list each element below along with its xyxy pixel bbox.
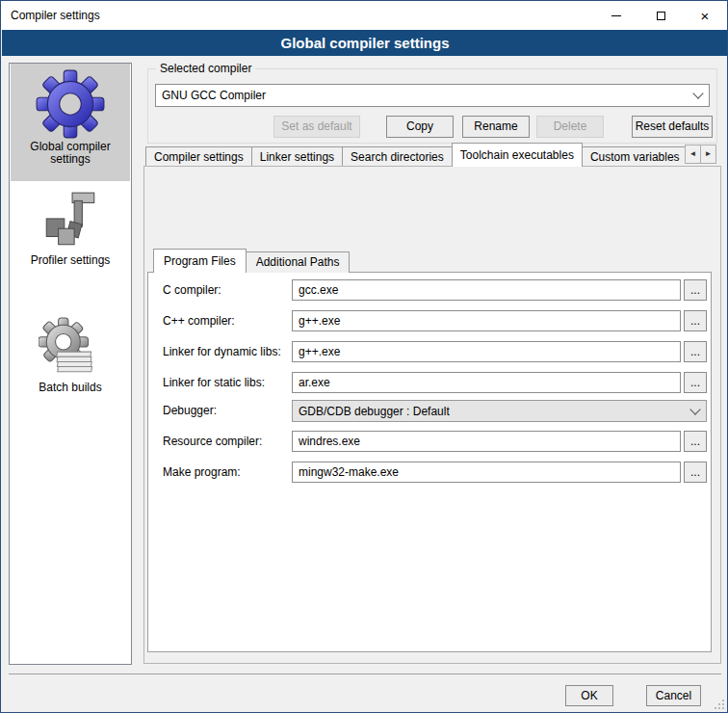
reset-defaults-button[interactable]: Reset defaults [632, 116, 713, 138]
sidebar-item-label: Profiler settings [11, 254, 130, 267]
chevron-down-icon [692, 88, 703, 98]
linker-static-label: Linker for static libs: [163, 372, 265, 393]
linker-dynamic-browse-button[interactable]: ... [684, 341, 707, 362]
tab-custom-variables[interactable]: Custom variables [582, 146, 685, 167]
cpp-compiler-browse-button[interactable]: ... [684, 310, 707, 331]
tab-linker-settings[interactable]: Linker settings [251, 146, 343, 167]
c-compiler-label: C compiler: [163, 279, 221, 301]
debugger-dropdown-value: GDB/CDB debugger : Default [299, 405, 450, 418]
chevron-down-icon [689, 404, 700, 414]
close-icon: × [701, 9, 710, 23]
minimize-button[interactable] [594, 1, 638, 30]
resource-compiler-label: Resource compiler: [163, 431, 262, 452]
sub-tabstrip: Program Files Additional Paths [153, 249, 349, 273]
rename-button[interactable]: Rename [462, 116, 530, 138]
linker-static-input[interactable]: ar.exe [292, 372, 681, 393]
tab-scroll-left-button[interactable]: ◄ [685, 145, 701, 164]
make-program-browse-button[interactable]: ... [684, 462, 707, 483]
caption-buttons: × [594, 1, 727, 30]
batch-gear-icon [39, 316, 102, 380]
subtab-additional-paths[interactable]: Additional Paths [246, 251, 351, 273]
close-button[interactable]: × [683, 1, 727, 30]
cpp-compiler-input[interactable]: g++.exe [292, 310, 681, 331]
resource-compiler-input[interactable]: windres.exe [292, 431, 681, 452]
minimize-icon [611, 15, 621, 16]
linker-dynamic-input[interactable]: g++.exe [292, 341, 681, 362]
compiler-dropdown[interactable]: GNU GCC Compiler [155, 84, 710, 107]
compiler-settings-dialog: Compiler settings × Global compiler sett… [0, 0, 728, 713]
window-title: Compiler settings [11, 1, 100, 30]
make-program-input[interactable]: mingw32-make.exe [292, 462, 681, 483]
tab-toolchain-executables[interactable]: Toolchain executables [452, 143, 583, 167]
caliper-icon [39, 189, 102, 252]
tab-scroll-right-button[interactable]: ► [700, 145, 716, 164]
copy-button[interactable]: Copy [386, 116, 454, 138]
sidebar-item-profiler-settings[interactable]: Profiler settings [11, 183, 130, 285]
cpp-compiler-label: C++ compiler: [163, 310, 235, 331]
resource-compiler-browse-button[interactable]: ... [684, 431, 707, 452]
ok-button[interactable]: OK [565, 685, 613, 706]
tab-search-directories[interactable]: Search directories [342, 146, 453, 167]
delete-button[interactable]: Delete [536, 116, 604, 138]
cancel-button[interactable]: Cancel [646, 685, 701, 706]
titlebar: Compiler settings × [1, 1, 727, 30]
selected-compiler-legend: Selected compiler [156, 62, 255, 75]
tab-scroll-buttons: ◄ ► [686, 145, 716, 164]
c-compiler-input[interactable]: gcc.exe [292, 279, 681, 301]
maximize-button[interactable] [638, 1, 683, 30]
page-title: Global compiler settings [2, 30, 728, 56]
main-tabstrip: Compiler settings Linker settings Search… [145, 143, 685, 167]
set-as-default-button[interactable]: Set as default [273, 116, 360, 138]
debugger-label: Debugger: [163, 400, 217, 421]
sidebar-item-label: Batch builds [11, 382, 130, 394]
tab-compiler-settings[interactable]: Compiler settings [145, 146, 252, 167]
linker-dynamic-label: Linker for dynamic libs: [163, 341, 281, 362]
gear-icon [36, 69, 105, 139]
linker-static-browse-button[interactable]: ... [684, 372, 707, 393]
sidebar-item-batch-builds[interactable]: Batch builds [11, 310, 130, 403]
arrow-right-icon: ► [705, 149, 713, 158]
arrow-left-icon: ◄ [689, 149, 697, 158]
compiler-dropdown-value: GNU GCC Compiler [162, 89, 266, 102]
footer-divider [9, 673, 721, 674]
sidebar: Global compiler settings Profiler settin… [9, 63, 132, 665]
c-compiler-browse-button[interactable]: ... [684, 279, 707, 301]
debugger-dropdown[interactable]: GDB/CDB debugger : Default [292, 400, 707, 422]
subtab-program-files[interactable]: Program Files [153, 249, 247, 273]
make-program-label: Make program: [163, 462, 241, 483]
resize-grip-icon[interactable] [715, 700, 724, 709]
sidebar-item-global-compiler-settings[interactable]: Global compiler settings [11, 64, 130, 181]
sidebar-item-label: Global compiler settings [11, 141, 130, 166]
maximize-icon [657, 12, 665, 20]
